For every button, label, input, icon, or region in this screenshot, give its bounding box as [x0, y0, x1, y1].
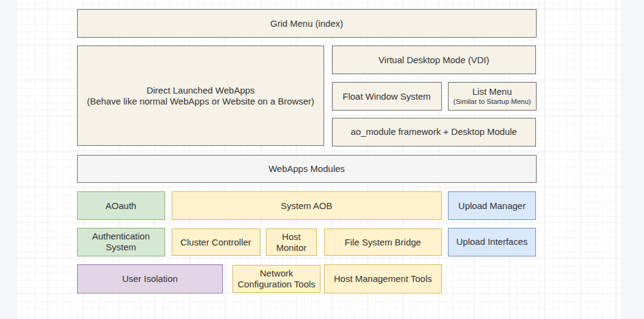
node-cluster-controller-label: Cluster Controller	[180, 237, 251, 248]
node-grid-menu[interactable]: Grid Menu (index)	[77, 9, 537, 38]
node-host-monitor[interactable]: Host Monitor	[266, 228, 317, 256]
node-ao-module-framework-label: ao_module framework + Desktop Module	[351, 126, 517, 137]
node-list-menu-label: List Menu	[472, 86, 512, 97]
drawio-canvas: { "canvas": { "page_background": "#fffff…	[0, 0, 644, 319]
node-list-menu[interactable]: List Menu (Similar to Startup Menu)	[448, 82, 537, 111]
node-aoauth-label: AOauth	[106, 201, 137, 211]
node-direct-launched-webapps[interactable]: Direct Launched WebApps (Behave like nor…	[77, 46, 324, 146]
diagram-page: Grid Menu (index) Direct Launched WebApp…	[18, 0, 621, 319]
node-user-isolation[interactable]: User Isolation	[77, 264, 223, 293]
node-system-aob-label: System AOB	[280, 201, 332, 211]
node-host-monitor-label: Host Monitor	[269, 232, 314, 253]
node-host-management-tools-label: Host Management Tools	[334, 273, 432, 284]
node-authentication-system-label: Authentication System	[80, 231, 162, 253]
node-upload-manager-label: Upload Manager	[458, 201, 526, 211]
node-file-system-bridge[interactable]: File System Bridge	[324, 228, 442, 256]
node-ao-module-framework[interactable]: ao_module framework + Desktop Module	[332, 118, 537, 146]
node-list-menu-sublabel: (Similar to Startup Menu)	[453, 97, 531, 106]
node-file-system-bridge-label: File System Bridge	[345, 237, 421, 248]
node-system-aob[interactable]: System AOB	[172, 191, 442, 220]
node-host-management-tools[interactable]: Host Management Tools	[324, 264, 442, 293]
node-network-configuration-tools-label: Network Configuration Tools	[236, 268, 317, 290]
node-grid-menu-label: Grid Menu (index)	[270, 18, 343, 29]
node-aoauth[interactable]: AOauth	[77, 191, 165, 220]
node-webapps-modules[interactable]: WebApps Modules	[77, 155, 537, 183]
node-network-configuration-tools[interactable]: Network Configuration Tools	[232, 265, 320, 293]
node-virtual-desktop-mode-label: Virtual Desktop Mode (VDI)	[379, 55, 489, 66]
node-float-window-system[interactable]: Float Window System	[332, 82, 442, 111]
node-upload-interfaces[interactable]: Upload Interfaces	[448, 228, 536, 257]
node-direct-launched-webapps-label: Direct Launched WebApps (Behave like nor…	[87, 85, 314, 107]
node-user-isolation-label: User Isolation	[122, 273, 178, 284]
node-authentication-system[interactable]: Authentication System	[77, 228, 165, 256]
node-upload-interfaces-label: Upload Interfaces	[456, 236, 528, 247]
node-webapps-modules-label: WebApps Modules	[268, 163, 345, 174]
node-virtual-desktop-mode[interactable]: Virtual Desktop Mode (VDI)	[332, 46, 537, 74]
node-cluster-controller[interactable]: Cluster Controller	[172, 228, 260, 256]
node-float-window-system-label: Float Window System	[342, 91, 430, 102]
node-upload-manager[interactable]: Upload Manager	[448, 191, 536, 220]
